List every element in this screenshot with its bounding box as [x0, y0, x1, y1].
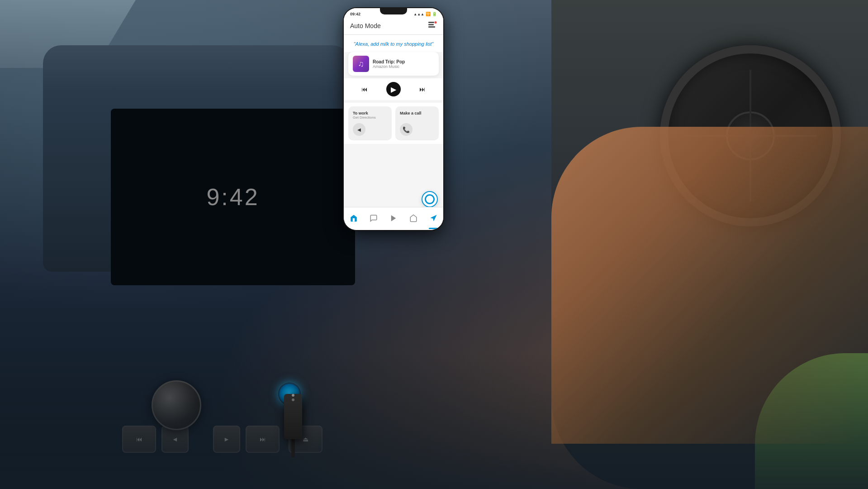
alexa-voice-banner: "Alexa, add milk to my shopping list" [344, 35, 443, 52]
svg-marker-5 [430, 215, 436, 221]
navigation-action-card[interactable]: To work Get Directions ◄ [348, 106, 392, 140]
alexa-echo-device [280, 385, 305, 444]
call-label: Make a call [400, 111, 434, 115]
auto-mode-title: Auto Mode [350, 22, 381, 29]
directions-icon: ◄ [356, 126, 362, 133]
nav-navigate-icon[interactable] [426, 211, 441, 225]
navigation-label: To work [353, 111, 387, 115]
hand-overlay [551, 127, 868, 444]
music-icon: ♫ [358, 59, 364, 69]
phone-notch [380, 8, 407, 14]
call-icon-circle: 📞 [400, 123, 413, 136]
wifi-icon: 🛜 [426, 12, 431, 16]
alexa-fab-button[interactable] [422, 191, 438, 207]
nav-home2-icon[interactable] [406, 211, 421, 225]
svg-rect-1 [428, 24, 434, 25]
prev-track-icon: ⏮ [361, 86, 368, 93]
phone-frame: 09:42 ▲▲▲ 🛜 🔋 Auto Mode "Alexa, add milk [344, 8, 443, 230]
next-track-button[interactable]: ⏭ [415, 82, 430, 96]
dashboard-screen-bezel: 9:42 [43, 45, 351, 272]
music-service: Amazon Music [373, 64, 434, 69]
play-icon: ▶ [391, 85, 396, 94]
nav-home-icon[interactable] [346, 211, 361, 225]
svg-rect-2 [428, 26, 435, 28]
phone-bottom-nav [344, 207, 443, 230]
music-controls: ⏮ ▶ ⏭ [344, 78, 443, 100]
navigation-sublabel: Get Directions [353, 115, 387, 120]
infotainment-screen: 9:42 [111, 109, 355, 285]
signal-icon: ▲▲▲ [413, 12, 424, 16]
status-icons: ▲▲▲ 🛜 🔋 [413, 12, 437, 16]
call-sublabel [400, 115, 434, 120]
nav-communicate-icon[interactable] [366, 211, 381, 225]
battery-icon: 🔋 [432, 12, 437, 16]
phone-device: 09:42 ▲▲▲ 🛜 🔋 Auto Mode "Alexa, add milk [344, 8, 443, 230]
play-pause-button[interactable]: ▶ [386, 82, 401, 96]
alexa-fab-inner [425, 194, 435, 204]
album-art: ♫ [353, 56, 369, 72]
nav-media-icon[interactable] [386, 211, 401, 225]
auto-mode-header: Auto Mode [344, 18, 443, 35]
svg-point-3 [434, 21, 437, 24]
music-title: Road Trip: Pop [373, 59, 434, 64]
call-action-card[interactable]: Make a call 📞 [395, 106, 439, 140]
alexa-body [284, 394, 302, 439]
car-clock: 9:42 [206, 183, 259, 211]
previous-track-button[interactable]: ⏮ [357, 82, 372, 96]
status-time: 09:42 [350, 12, 360, 16]
next-track-icon: ⏭ [419, 86, 426, 93]
svg-marker-4 [391, 215, 396, 221]
phone-icon: 📞 [403, 126, 410, 133]
settings-notification-icon[interactable] [428, 21, 437, 31]
alexa-voice-text: "Alexa, add milk to my shopping list" [354, 41, 434, 47]
music-card[interactable]: ♫ Road Trip: Pop Amazon Music [348, 52, 439, 76]
music-info: Road Trip: Pop Amazon Music [373, 59, 434, 69]
navigation-icon: ◄ [353, 123, 365, 136]
quick-actions: To work Get Directions ◄ Make a call 📞 [344, 103, 443, 144]
